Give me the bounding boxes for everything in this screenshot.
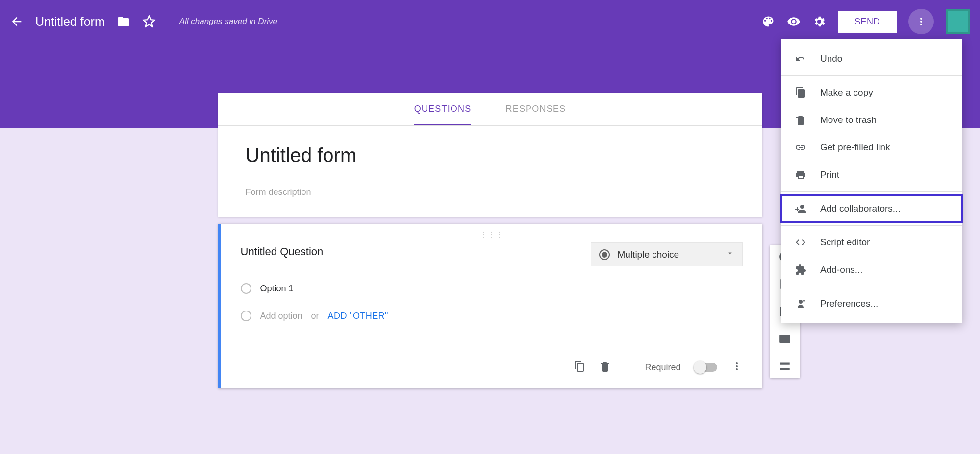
radio-icon xyxy=(599,249,610,260)
save-status: All changes saved in Drive xyxy=(179,17,277,26)
folder-icon[interactable] xyxy=(117,15,130,28)
account-avatar[interactable] xyxy=(946,9,970,34)
required-toggle[interactable] xyxy=(695,363,717,372)
overflow-menu: Undo Make a copy Move to trash Get pre-f… xyxy=(781,39,962,323)
question-card: ⋮⋮⋮ Untitled Question Multiple choice Op… xyxy=(218,224,762,388)
question-title-input[interactable]: Untitled Question xyxy=(241,242,552,263)
header-form-title[interactable]: Untitled form xyxy=(35,15,105,29)
tab-questions[interactable]: QUESTIONS xyxy=(414,93,472,125)
option-text[interactable]: Option 1 xyxy=(260,284,294,294)
menu-add-collaborators[interactable]: Add collaborators... xyxy=(781,195,962,222)
back-arrow-icon[interactable] xyxy=(10,15,24,28)
question-more-button[interactable] xyxy=(731,360,743,374)
menu-divider xyxy=(781,191,962,192)
delete-button[interactable] xyxy=(599,360,611,374)
radio-empty-icon xyxy=(241,283,251,294)
add-video-button[interactable] xyxy=(778,332,792,346)
form-description-input[interactable]: Form description xyxy=(246,187,735,197)
menu-divider xyxy=(781,225,962,226)
settings-gear-icon[interactable] xyxy=(812,15,826,28)
more-menu-button[interactable] xyxy=(908,9,934,34)
tab-responses[interactable]: RESPONSES xyxy=(505,93,566,125)
menu-print[interactable]: Print xyxy=(781,161,962,189)
menu-divider xyxy=(781,287,962,287)
preview-icon[interactable] xyxy=(787,15,801,28)
add-other-button[interactable]: ADD "OTHER" xyxy=(328,311,388,321)
menu-script-editor[interactable]: Script editor xyxy=(781,229,962,256)
separator xyxy=(628,358,628,377)
menu-addons[interactable]: Add-ons... xyxy=(781,256,962,284)
palette-icon[interactable] xyxy=(761,15,775,28)
app-header: Untitled form All changes saved in Drive… xyxy=(0,0,980,43)
chevron-down-icon xyxy=(726,249,734,260)
send-button[interactable]: SEND xyxy=(838,11,897,33)
star-icon[interactable] xyxy=(142,15,156,28)
question-type-label: Multiple choice xyxy=(618,249,679,260)
menu-prefilled-link[interactable]: Get pre-filled link xyxy=(781,134,962,161)
menu-make-copy[interactable]: Make a copy xyxy=(781,79,962,106)
menu-divider xyxy=(781,75,962,76)
question-type-select[interactable]: Multiple choice xyxy=(591,242,743,266)
menu-move-trash[interactable]: Move to trash xyxy=(781,106,962,134)
menu-undo[interactable]: Undo xyxy=(781,45,962,72)
menu-preferences[interactable]: Preferences... xyxy=(781,290,962,317)
radio-empty-icon xyxy=(241,311,251,321)
option-row: Option 1 xyxy=(241,283,743,294)
form-title-input[interactable]: Untitled form xyxy=(246,144,735,167)
add-option-button[interactable]: Add option xyxy=(260,311,302,321)
kebab-icon xyxy=(915,16,927,27)
add-section-button[interactable] xyxy=(778,359,792,373)
add-option-row: Add option or ADD "OTHER" xyxy=(241,311,743,321)
duplicate-button[interactable] xyxy=(574,360,585,374)
or-label: or xyxy=(311,311,319,321)
required-label: Required xyxy=(645,362,680,373)
form-card: QUESTIONS RESPONSES Untitled form Form d… xyxy=(218,93,762,217)
drag-handle-icon[interactable]: ⋮⋮⋮ xyxy=(241,230,743,242)
